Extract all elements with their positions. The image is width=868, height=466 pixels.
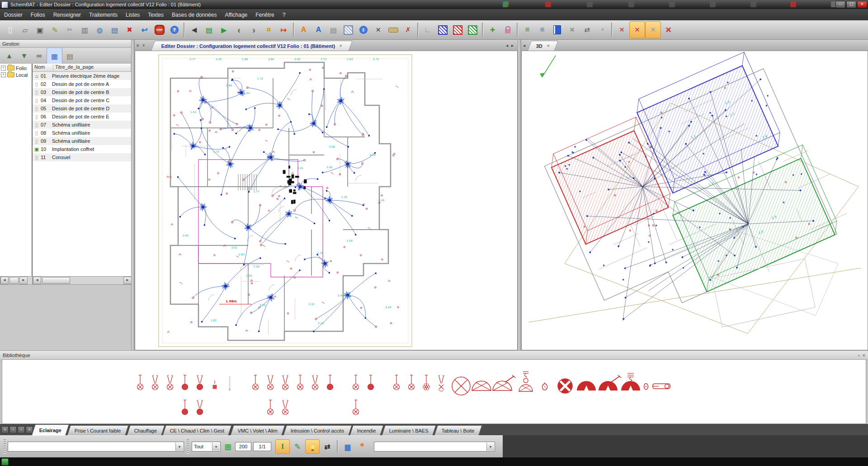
tab-nav-icon[interactable]: »: [26, 426, 33, 433]
grid-size-field[interactable]: 200: [235, 442, 251, 451]
scroll-left-icon[interactable]: ◄: [33, 277, 41, 284]
print[interactable]: ▤: [107, 22, 122, 38]
move-down[interactable]: ▼: [17, 48, 32, 64]
scroll-thumb[interactable]: [9, 277, 19, 284]
status-icon[interactable]: [1, 458, 9, 466]
tab-scroll-right-icon[interactable]: ▸: [511, 43, 514, 48]
link-nodes[interactable]: ⇄: [580, 22, 594, 38]
folio-row-02[interactable]: ▯02Dessin de pot de centre A: [33, 80, 131, 88]
folio-row-04[interactable]: ▯04Dessin de pot de centre C: [33, 96, 131, 104]
chevron-down-icon[interactable]: ▼: [175, 442, 183, 451]
hatch-square[interactable]: [341, 22, 356, 38]
column-titre[interactable]: Titre_de_la_page: [53, 64, 131, 71]
symbol-library[interactable]: [2, 359, 866, 424]
pin-icon[interactable]: ▫: [858, 353, 860, 358]
floorplan-canvas[interactable]: 1.541.542.052.151.601.533.993.433.291.25…: [135, 51, 518, 350]
grid-toggle-button[interactable]: ▦: [221, 440, 235, 453]
copy[interactable]: ▥: [77, 22, 92, 38]
selection-combo[interactable]: ▼: [374, 442, 495, 452]
close-panel-icon[interactable]: ×: [863, 353, 865, 358]
toolbar-grip[interactable]: [4, 439, 6, 454]
user-sync[interactable]: ◍: [92, 22, 107, 38]
minimize-button[interactable]: —: [835, 1, 845, 8]
scroll-right-icon[interactable]: ►: [123, 277, 132, 284]
swap-arrows[interactable]: ⇄: [321, 440, 334, 453]
eraser-clock[interactable]: ◔: [594, 22, 609, 38]
axis-3d[interactable]: ∟: [420, 22, 435, 38]
break-x[interactable]: ✕: [614, 22, 629, 38]
folio-row-01[interactable]: ⌂01Pieuvre électrique 2ème étage: [33, 72, 131, 80]
dim-rect[interactable]: [386, 22, 401, 38]
save[interactable]: ▣: [33, 22, 47, 38]
text-orange[interactable]: A: [296, 22, 311, 38]
library-tab-vmc-volet-alim[interactable]: VMC \ Volet \ Alim: [230, 425, 285, 435]
chevron-left[interactable]: ‹: [231, 22, 246, 38]
chevron-down-icon[interactable]: ▼: [212, 442, 220, 451]
erase-x[interactable]: ✕: [371, 22, 386, 38]
splitter-left[interactable]: [131, 40, 135, 350]
config-gears[interactable]: *: [355, 440, 369, 453]
new-document[interactable]: ▯: [3, 22, 18, 38]
tools[interactable]: ✂: [62, 22, 77, 38]
cube-red[interactable]: [450, 22, 465, 38]
cube-blue[interactable]: [435, 22, 450, 38]
delete-selected[interactable]: ✕: [629, 21, 645, 38]
book-blue[interactable]: [550, 22, 565, 38]
toolbar-grip[interactable]: [187, 439, 189, 454]
folio-row-07[interactable]: ▯07Schéma unifilaire: [33, 121, 131, 129]
folio-row-05[interactable]: ▯05Dessin de pot de centre D: [33, 104, 131, 113]
table-hscrollbar[interactable]: ◄ ►: [33, 276, 132, 285]
menu-?[interactable]: ?: [278, 9, 290, 20]
key-tool[interactable]: ¤: [261, 22, 276, 38]
edit-pencil[interactable]: ✎: [47, 22, 62, 38]
tree-hscrollbar[interactable]: ◄ ►: [0, 276, 33, 285]
chevron-right[interactable]: ›: [246, 22, 261, 38]
tab-nav-icon[interactable]: «: [1, 426, 9, 433]
folio-row-10[interactable]: ▣10Implantation coffret: [33, 145, 131, 153]
close-button[interactable]: ✕: [857, 1, 867, 8]
folio-row-06[interactable]: ▯06Dessin de pot de centre E: [33, 113, 131, 121]
lock[interactable]: [500, 22, 515, 38]
scroll-right-icon[interactable]: ►: [19, 277, 28, 284]
draw-pencil[interactable]: ✎: [291, 440, 304, 453]
list-table[interactable]: ≡: [535, 22, 550, 38]
folio-row-08[interactable]: ▯08Schéma unifilaire: [33, 129, 131, 137]
print-folios[interactable]: ▤: [62, 48, 77, 64]
library-tab-incendie[interactable]: Incendie: [350, 425, 384, 435]
library-tab-tableau-boite[interactable]: Tableau \ Boite: [434, 425, 482, 435]
menu-fen-tre[interactable]: Fenêtre: [251, 9, 278, 20]
cube-green[interactable]: [465, 22, 480, 38]
preview-binoculars[interactable]: ∞: [32, 48, 47, 64]
stop[interactable]: STOP: [152, 22, 167, 38]
menu-folios[interactable]: Folios: [27, 9, 49, 20]
symbol-filter-combo[interactable]: ▼: [8, 442, 184, 452]
scroll-left-icon[interactable]: ◄: [0, 277, 9, 284]
scroll-thumb[interactable]: [42, 277, 70, 284]
tab-close-icon[interactable]: ×: [340, 43, 342, 48]
x-tool-selected[interactable]: ✕: [645, 21, 661, 38]
viewer3d-tab[interactable]: 3D ×: [528, 41, 558, 51]
nav-first[interactable]: ◀: [187, 22, 202, 38]
folio-new[interactable]: ▤: [202, 22, 217, 38]
folio-row-09[interactable]: ▯09Schéma unifilaire: [33, 137, 131, 145]
chevron-down-icon[interactable]: ▼: [486, 442, 494, 451]
insert-column[interactable]: I: [275, 439, 290, 454]
expander-icon[interactable]: +: [1, 66, 6, 71]
library-tab-eclairage[interactable]: Eclairage: [32, 424, 69, 435]
add-symbols[interactable]: +: [485, 22, 500, 38]
menu-traitements[interactable]: Traitements: [85, 9, 122, 20]
splitter-right[interactable]: [518, 40, 521, 350]
open-folder[interactable]: ▱: [18, 22, 33, 38]
pointer-red[interactable]: ↦: [276, 22, 291, 38]
expander-icon[interactable]: +: [1, 72, 6, 77]
viewer3d-canvas[interactable]: 2.71.12.02.92.41.31.21.5: [521, 51, 868, 350]
move-up[interactable]: ▲: [2, 48, 17, 64]
column-nom[interactable]: Nom: [33, 64, 53, 71]
tab-nav-icon[interactable]: ›: [18, 426, 25, 433]
scope-combo[interactable]: Tout ▼: [192, 442, 221, 452]
library-tab-prise-courant-faible[interactable]: Prise \ Courant faible: [67, 425, 128, 435]
folio-row-11[interactable]: ▯11Consuel: [33, 153, 131, 161]
tab-nav-icon[interactable]: ‹: [9, 426, 17, 433]
light-bulb[interactable]: [305, 439, 320, 454]
undo[interactable]: ↩: [137, 22, 152, 38]
